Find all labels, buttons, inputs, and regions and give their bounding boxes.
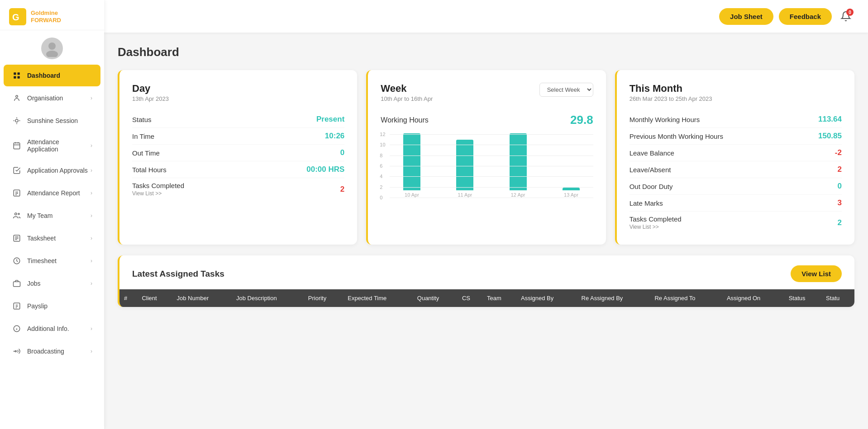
month-outdoor-duty-value: 0 — [838, 182, 842, 191]
day-tasks-value: 2 — [340, 185, 344, 194]
col-job-description: Job Description — [232, 289, 304, 307]
day-card-subtitle: 13th Apr 2023 — [132, 95, 344, 102]
svg-rect-5 — [18, 72, 20, 75]
sidebar-item-additional-info[interactable]: Additional Info. › — [4, 318, 100, 339]
chevron-right-icon: › — [91, 95, 92, 101]
month-late-marks-value: 3 — [838, 198, 842, 207]
logo-text: Goldmine FORWARD — [31, 9, 61, 24]
sidebar-item-label: Broadcasting — [27, 348, 64, 355]
tasks-header: Latest Assigned Tasks View List — [119, 255, 854, 289]
day-status-label: Status — [132, 116, 152, 123]
approvals-icon — [12, 165, 22, 175]
sidebar-item-payslip[interactable]: Payslip — [4, 295, 100, 317]
svg-rect-7 — [18, 76, 20, 79]
chevron-right-icon: › — [91, 348, 92, 354]
sidebar-item-organisation[interactable]: Organisation › — [4, 87, 100, 109]
week-card-title-group: Week 10th Apr to 16th Apr — [381, 83, 433, 111]
day-tasks-viewlist[interactable]: View List >> — [132, 190, 184, 197]
day-tasks-label: Tasks Completed — [132, 182, 184, 189]
bar-label-13apr: 13 Apr — [564, 192, 578, 198]
sidebar-item-attendance-report[interactable]: Attendance Report › — [4, 182, 100, 204]
month-prev-hours-row: Previous Month Working Hours 150.85 — [630, 128, 842, 145]
month-tasks-label-group: Tasks Completed View List >> — [630, 215, 682, 230]
month-tasks-viewlist[interactable]: View List >> — [630, 224, 682, 230]
month-late-marks-row: Late Marks 3 — [630, 195, 842, 212]
col-team: Team — [482, 289, 516, 307]
day-outtime-value: 0 — [340, 148, 344, 157]
sidebar-item-dashboard[interactable]: Dashboard — [4, 65, 100, 86]
day-card-title: Day — [132, 83, 344, 94]
col-reassigned-by: Re Assigned By — [577, 289, 650, 307]
day-status-row: Status Present — [132, 111, 344, 128]
month-prev-hours-label: Previous Month Working Hours — [630, 132, 723, 140]
month-leave-absent-value: 2 — [838, 165, 842, 174]
payslip-icon — [12, 301, 22, 311]
month-outdoor-duty-row: Out Door Duty 0 — [630, 178, 842, 195]
bar-11apr — [456, 140, 473, 190]
day-card: Day 13th Apr 2023 Status Present In Time… — [118, 70, 357, 245]
month-leave-absent-row: Leave/Absent 2 — [630, 161, 842, 178]
month-working-hours-value: 113.64 — [818, 115, 842, 124]
month-late-marks-label: Late Marks — [630, 199, 663, 207]
month-card-subtitle: 26th Mar 2023 to 25th Apr 2023 — [630, 95, 842, 102]
week-card-subtitle: 10th Apr to 16th Apr — [381, 95, 433, 102]
chevron-right-icon: › — [91, 190, 92, 196]
sidebar-item-label: Jobs — [27, 280, 41, 287]
bar-chart: 12 10 8 6 4 2 0 10 Apr — [390, 134, 593, 198]
month-working-hours-label: Monthly Working Hours — [630, 116, 700, 123]
logo-line1: Goldmine — [31, 9, 58, 16]
jobs-icon — [12, 278, 22, 288]
chevron-right-icon: › — [91, 235, 92, 241]
sidebar-item-label: Payslip — [27, 302, 48, 310]
col-client: Client — [137, 289, 172, 307]
svg-rect-29 — [14, 282, 20, 287]
avatar — [41, 38, 63, 59]
tasks-section: Latest Assigned Tasks View List # Client… — [118, 255, 854, 307]
job-sheet-button[interactable]: Job Sheet — [719, 8, 773, 25]
month-leave-balance-row: Leave Balance -2 — [630, 145, 842, 161]
feedback-button[interactable]: Feedback — [779, 8, 832, 25]
col-status: Status — [784, 289, 821, 307]
sidebar-item-sunshine-session[interactable]: Sunshine Session — [4, 110, 100, 132]
main-area: Job Sheet Feedback 0 Dashboard Day 13th … — [104, 0, 868, 429]
tasks-table: # Client Job Number Job Description Prio… — [119, 289, 854, 307]
sidebar-item-broadcasting[interactable]: Broadcasting › — [4, 340, 100, 362]
month-tasks-row: Tasks Completed View List >> 2 — [630, 212, 842, 234]
month-outdoor-duty-label: Out Door Duty — [630, 183, 673, 190]
col-assigned-by: Assigned By — [516, 289, 577, 307]
bar-13apr — [563, 188, 580, 190]
working-hours-label: Working Hours — [381, 116, 429, 124]
sidebar-item-label: Application Approvals — [27, 167, 88, 174]
svg-rect-6 — [14, 76, 16, 79]
sidebar-item-timesheet[interactable]: Timesheet › — [4, 250, 100, 272]
view-list-button[interactable]: View List — [791, 265, 842, 282]
svg-text:G: G — [12, 12, 19, 22]
sidebar-item-application-approvals[interactable]: Application Approvals › — [4, 160, 100, 181]
month-card-title: This Month — [630, 83, 842, 94]
sidebar-item-jobs[interactable]: Jobs › — [4, 273, 100, 294]
bar-label-12apr: 12 Apr — [511, 192, 525, 198]
month-prev-hours-value: 150.85 — [818, 132, 842, 141]
team-icon — [12, 211, 22, 221]
sidebar: G Goldmine FORWARD Dashboard — [0, 0, 104, 429]
week-select[interactable]: Select Week — [539, 83, 593, 97]
logo-line2: FORWARD — [31, 17, 61, 24]
attendance-icon — [12, 141, 22, 151]
header: Job Sheet Feedback 0 — [104, 0, 868, 33]
task-icon — [12, 233, 22, 243]
sidebar-item-tasksheet[interactable]: Tasksheet › — [4, 227, 100, 249]
time-icon — [12, 256, 22, 266]
month-leave-absent-label: Leave/Absent — [630, 166, 671, 174]
sidebar-item-attendance-application[interactable]: Attendance Application › — [4, 132, 100, 159]
month-tasks-value: 2 — [838, 218, 842, 227]
sidebar-item-label: Attendance Application — [27, 138, 91, 153]
sidebar-item-my-team[interactable]: My Team › — [4, 205, 100, 226]
sidebar-item-label: Additional Info. — [27, 325, 69, 332]
chevron-right-icon: › — [91, 142, 92, 149]
broadcast-icon — [12, 346, 22, 356]
sidebar-item-label: My Team — [27, 212, 53, 219]
notification-bell[interactable]: 0 — [837, 8, 854, 25]
chevron-right-icon: › — [91, 167, 92, 174]
svg-point-22 — [15, 213, 17, 215]
day-totalhours-row: Total Hours 00:00 HRS — [132, 161, 344, 178]
